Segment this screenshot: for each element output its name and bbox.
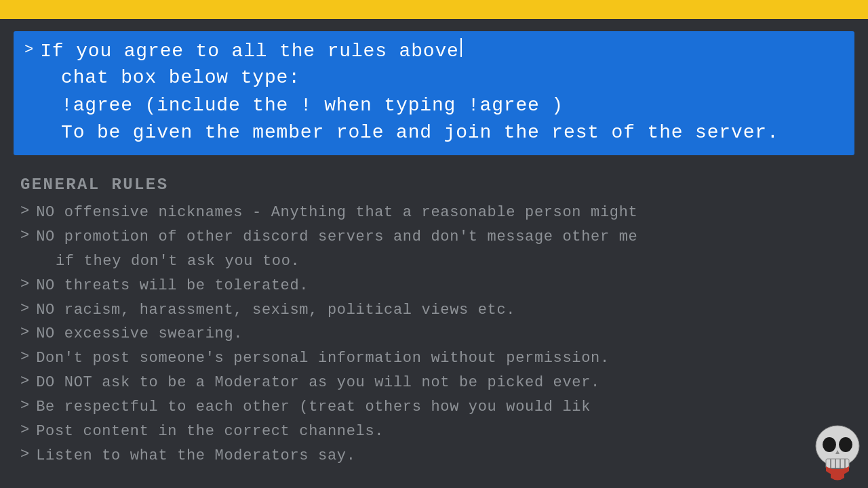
rule-item-2: > NO promotion of other discord servers … [20, 226, 854, 248]
rule-item-3: > NO threats will be tolerated. [20, 275, 854, 297]
rule-arrow-6: > [20, 348, 29, 365]
rule-text-2: NO promotion of other discord servers an… [36, 226, 637, 248]
rule-text-8: Be respectful to each other (treat other… [36, 396, 591, 418]
rule-arrow-8: > [20, 397, 29, 414]
rule-item-1: > NO offensive nicknames - Anything that… [20, 202, 854, 224]
rule-arrow-10: > [20, 446, 29, 463]
rule-text-6: Don't post someone's personal informatio… [36, 348, 610, 369]
rule-text-10: Listen to what the Moderators say. [36, 445, 355, 467]
rule-indent-2: if they don't ask you too. [20, 251, 854, 272]
general-rules-section: GENERAL RULES > NO offensive nicknames -… [14, 176, 854, 467]
rule-item-4: > NO racism, harassment, sexism, politic… [20, 300, 854, 321]
rule-text-9: Post content in the correct channels. [36, 421, 384, 443]
rule-text-7: DO NOT ask to be a Moderator as you will… [36, 372, 600, 394]
rule-arrow-3: > [20, 276, 29, 293]
top-bar [0, 0, 868, 19]
hl-line-3: !agree (include the ! when typing !agree… [24, 92, 844, 120]
svg-point-2 [839, 437, 852, 452]
rule-arrow-5: > [20, 324, 29, 341]
content-area: > If you agree to all the rules above ch… [0, 19, 868, 476]
skull-decoration [807, 420, 868, 488]
rule-item-9: > Post content in the correct channels. [20, 421, 854, 443]
text-cursor [460, 38, 462, 57]
rule-arrow-4: > [20, 300, 29, 317]
hl-text-line1: If you agree to all the rules above [40, 38, 459, 64]
rule-item-5: > NO excessive swearing. [20, 323, 854, 345]
rule-item-6: > Don't post someone's personal informat… [20, 348, 854, 369]
rule-text-5: NO excessive swearing. [36, 323, 243, 345]
rule-arrow-9: > [20, 422, 29, 439]
hl-line-4: To be given the member role and join the… [24, 119, 844, 147]
general-rules-title: GENERAL RULES [20, 176, 854, 194]
rule-item-7: > DO NOT ask to be a Moderator as you wi… [20, 372, 854, 394]
hl-line-2: chat box below type: [24, 64, 844, 92]
rule-arrow-7: > [20, 373, 29, 390]
rule-item-10: > Listen to what the Moderators say. [20, 445, 854, 467]
rule-text-1: NO offensive nicknames - Anything that a… [36, 202, 637, 224]
rule-text-3: NO threats will be tolerated. [36, 275, 309, 297]
rule-item-8: > Be respectful to each other (treat oth… [20, 396, 854, 418]
arrow-icon-1: > [24, 39, 33, 61]
svg-point-1 [823, 437, 836, 452]
hl-line-1: > If you agree to all the rules above [24, 38, 844, 64]
rule-arrow-1: > [20, 203, 29, 220]
rule-arrow-2: > [20, 227, 29, 244]
highlighted-agree-block[interactable]: > If you agree to all the rules above ch… [14, 31, 854, 155]
rule-text-4: NO racism, harassment, sexism, political… [36, 300, 515, 321]
